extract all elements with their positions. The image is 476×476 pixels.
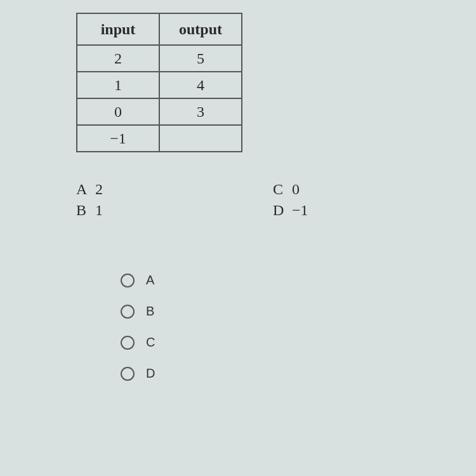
table-row: 0 3 <box>77 98 242 125</box>
cell-output: 4 <box>159 72 242 98</box>
radio-option-a[interactable]: A <box>121 273 413 288</box>
cell-input: 0 <box>77 98 159 125</box>
radio-icon <box>121 274 135 288</box>
cell-output: 3 <box>159 98 242 125</box>
choice-c: C0 <box>273 181 368 198</box>
table-header-input: input <box>77 13 159 45</box>
cell-output: 5 <box>159 45 242 72</box>
table-row: 1 4 <box>77 72 242 98</box>
radio-label: C <box>146 335 155 350</box>
choice-letter: B <box>76 202 95 219</box>
choice-letter: D <box>273 202 292 219</box>
radio-label: B <box>146 304 154 319</box>
table-row: −1 <box>77 125 242 152</box>
choice-d: D−1 <box>273 202 368 219</box>
radio-option-b[interactable]: B <box>121 304 413 319</box>
choice-value: 2 <box>95 181 103 197</box>
choice-letter: A <box>76 181 95 198</box>
choice-value: 0 <box>292 181 300 197</box>
cell-input: −1 <box>77 125 159 152</box>
radio-option-c[interactable]: C <box>121 335 413 350</box>
choice-value: −1 <box>292 202 308 218</box>
radio-icon <box>121 305 135 319</box>
cell-input: 1 <box>77 72 159 98</box>
choice-b: B1 <box>76 202 171 219</box>
cell-input: 2 <box>77 45 159 72</box>
radio-label: A <box>146 273 154 288</box>
radio-label: D <box>146 366 155 381</box>
answer-choices: A2 C0 B1 D−1 <box>76 181 368 219</box>
io-table: input output 2 5 1 4 0 3 −1 <box>76 13 242 152</box>
choice-a: A2 <box>76 181 171 198</box>
table-row: 2 5 <box>77 45 242 72</box>
choice-letter: C <box>273 181 292 198</box>
radio-icon <box>121 367 135 381</box>
choice-value: 1 <box>95 202 103 218</box>
cell-output <box>159 125 242 152</box>
radio-option-d[interactable]: D <box>121 366 413 381</box>
table-header-output: output <box>159 13 242 45</box>
radio-group: A B C D <box>121 273 413 381</box>
radio-icon <box>121 336 135 350</box>
